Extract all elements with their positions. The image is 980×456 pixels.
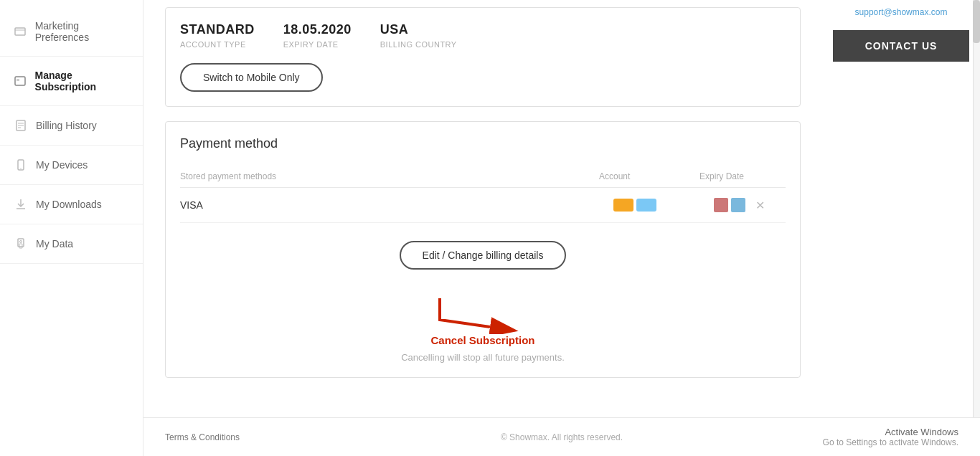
cancel-area: Cancel Subscription Cancelling will stop… [401,284,565,363]
switch-to-mobile-button[interactable]: Switch to Mobile Only [180,63,323,92]
account-type-label: ACCOUNT TYPE [180,40,255,49]
svg-rect-2 [15,77,25,85]
downloads-icon [14,198,27,211]
account-chip-blue [636,199,656,212]
expiry-chip-red [714,198,728,212]
activate-windows-area: Activate Windows Go to Settings to activ… [823,427,958,447]
payment-actions: Edit / Change billing details [180,234,786,363]
sidebar-item-downloads-label: My Downloads [36,199,102,210]
subscription-card: STANDARD ACCOUNT TYPE 18.05.2020 EXPIRY … [165,7,801,107]
svg-rect-0 [15,28,25,35]
contact-us-button[interactable]: CONTACT US [833,30,969,62]
account-type-value: STANDARD [180,22,255,37]
svg-rect-3 [17,79,19,81]
payment-row: VISA ✕ [180,188,786,223]
copyright-text: © Showmax. All rights reserved. [501,432,623,442]
billing-country-field: USA BILLING COUNTRY [380,22,457,49]
svg-point-14 [20,241,22,243]
billing-country-label: BILLING COUNTRY [380,40,457,49]
sidebar-item-subscription-label: Manage Subscription [35,70,128,92]
scrollbar-track [973,0,980,456]
main-content: STANDARD ACCOUNT TYPE 18.05.2020 EXPIRY … [143,0,822,456]
cancel-note: Cancelling will stop all future payments… [401,352,565,363]
payment-method-label: VISA [180,199,599,211]
billing-country-value: USA [380,22,457,37]
account-type-field: STANDARD ACCOUNT TYPE [180,22,255,49]
activate-windows-title: Activate Windows [823,427,958,437]
payment-section: Payment method Stored payment methods Ac… [165,121,801,378]
sidebar-item-manage-subscription[interactable]: Manage Subscription [0,57,143,106]
scrollbar-thumb[interactable] [973,0,980,43]
subscription-info: STANDARD ACCOUNT TYPE 18.05.2020 EXPIRY … [180,22,786,49]
expiry-date-value: 18.05.2020 [283,22,352,37]
sidebar: Marketing Preferences Manage Subscriptio… [0,0,143,456]
account-chip-orange [613,199,633,212]
devices-icon [14,158,27,171]
payment-col3-header: Expiry Date [699,171,786,181]
svg-point-9 [20,168,21,168]
terms-conditions-link[interactable]: Terms & Conditions [165,432,240,442]
activate-windows-note: Go to Settings to activate Windows. [823,437,958,447]
contact-email: support@showmax.com [833,7,969,17]
sidebar-item-my-devices[interactable]: My Devices [0,146,143,185]
sidebar-item-my-downloads[interactable]: My Downloads [0,185,143,224]
cancel-arrow-svg [418,291,547,334]
data-icon [14,237,27,250]
sidebar-item-billing-label: Billing History [36,120,97,131]
billing-icon [14,119,27,132]
marketing-icon [14,25,27,38]
expiry-date-label: EXPIRY DATE [283,40,352,49]
cancel-subscription-link[interactable]: Cancel Subscription [430,334,534,346]
subscription-icon [14,75,27,87]
edit-billing-button[interactable]: Edit / Change billing details [400,241,567,270]
expiry-chip-blue [731,198,745,212]
sidebar-item-marketing-preferences[interactable]: Marketing Preferences [0,7,143,57]
payment-table-header: Stored payment methods Account Expiry Da… [180,166,786,188]
delete-payment-button[interactable]: ✕ [755,199,765,212]
sidebar-item-marketing-label: Marketing Preferences [35,20,128,43]
sidebar-item-billing-history[interactable]: Billing History [0,106,143,146]
sidebar-item-my-data[interactable]: My Data [0,224,143,264]
payment-col2-header: Account [599,171,685,181]
svg-rect-13 [19,244,22,248]
expiry-date-field: 18.05.2020 EXPIRY DATE [283,22,352,49]
footer: Terms & Conditions © Showmax. All rights… [143,417,980,456]
payment-col1-header: Stored payment methods [180,171,585,181]
payment-expiry-chips: ✕ [714,198,786,212]
sidebar-item-devices-label: My Devices [36,159,88,171]
right-panel: support@showmax.com CONTACT US [822,0,980,456]
payment-section-title: Payment method [180,136,786,151]
sidebar-item-data-label: My Data [36,238,73,250]
payment-account-chips [613,199,699,212]
cancel-arrow-area [418,291,547,334]
